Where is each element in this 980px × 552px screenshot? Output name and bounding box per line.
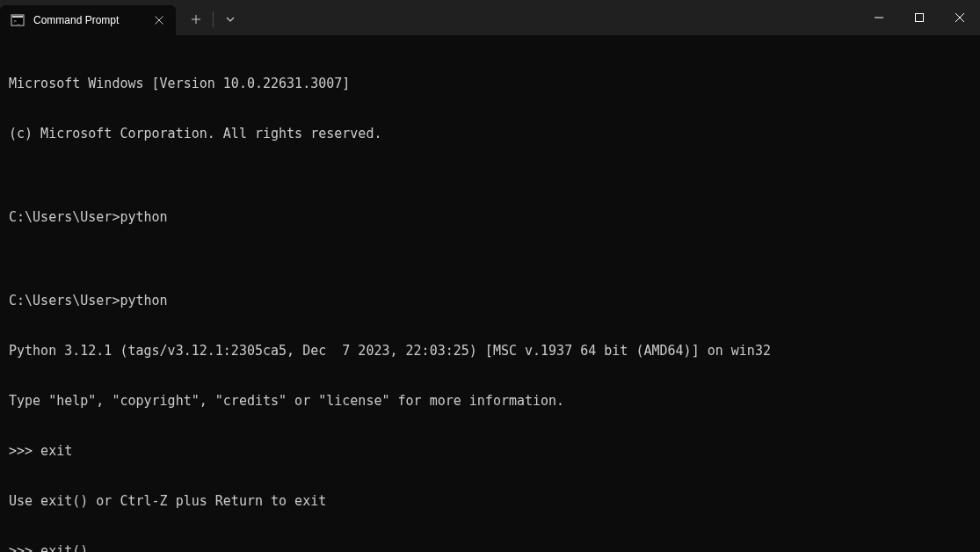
- title-bar: >_ Command Prompt: [0, 0, 980, 35]
- tab-title: Command Prompt: [33, 14, 142, 26]
- active-tab[interactable]: >_ Command Prompt: [0, 5, 176, 35]
- maximize-button[interactable]: [899, 0, 940, 35]
- terminal-line: C:\Users\User>python: [9, 293, 971, 309]
- window-controls: [859, 0, 980, 35]
- tab-close-button[interactable]: [151, 12, 167, 28]
- terminal-line: C:\Users\User>python: [9, 209, 971, 226]
- terminal-line: Python 3.12.1 (tags/v3.12.1:2305ca5, Dec…: [9, 343, 971, 360]
- terminal-icon: >_: [11, 13, 25, 27]
- terminal-content[interactable]: Microsoft Windows [Version 10.0.22631.30…: [0, 35, 980, 552]
- svg-rect-3: [916, 14, 924, 22]
- terminal-line: >>> exit(): [9, 543, 971, 552]
- tab-divider: [213, 11, 214, 27]
- close-button[interactable]: [940, 0, 980, 35]
- svg-text:>_: >_: [14, 18, 21, 25]
- new-tab-button[interactable]: [181, 5, 211, 33]
- tab-actions: [176, 0, 245, 35]
- terminal-line: >>> exit: [9, 443, 971, 460]
- terminal-line: Type "help", "copyright", "credits" or "…: [9, 393, 971, 410]
- terminal-line: Use exit() or Ctrl-Z plus Return to exit: [9, 493, 971, 510]
- title-bar-drag-area[interactable]: [245, 0, 859, 35]
- terminal-line: (c) Microsoft Corporation. All rights re…: [9, 126, 971, 142]
- terminal-line: Microsoft Windows [Version 10.0.22631.30…: [9, 76, 971, 92]
- tab-dropdown-button[interactable]: [215, 5, 245, 33]
- minimize-button[interactable]: [859, 0, 899, 35]
